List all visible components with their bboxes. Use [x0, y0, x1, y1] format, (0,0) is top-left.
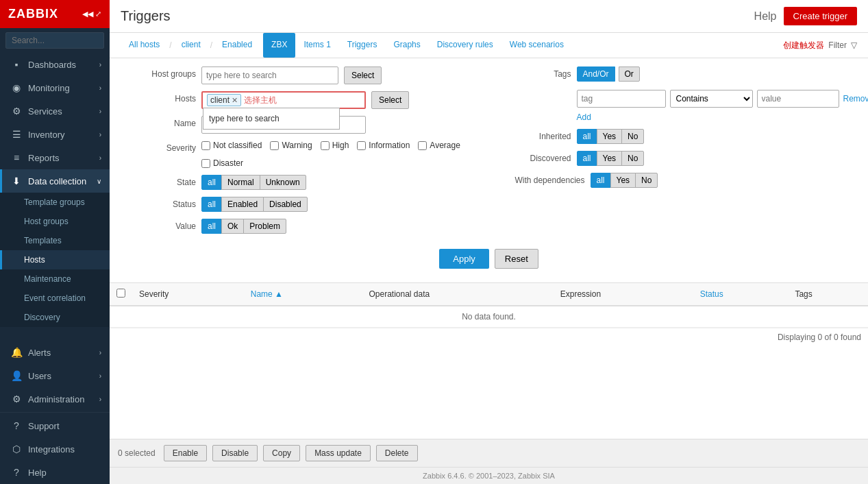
- severity-warning-checkbox[interactable]: [270, 141, 279, 150]
- data-collection-submenu: Template groups Host groups Templates Ho…: [0, 193, 110, 327]
- create-trigger-button[interactable]: Create trigger: [784, 7, 857, 25]
- severity-information[interactable]: Information: [357, 141, 410, 150]
- host-groups-input[interactable]: [201, 66, 338, 84]
- filter-icon[interactable]: ▽: [851, 40, 857, 50]
- tab-enabled[interactable]: Enabled: [214, 33, 260, 58]
- severity-disaster[interactable]: Disaster: [201, 158, 243, 168]
- sidebar-item-template-groups[interactable]: Template groups: [0, 193, 110, 212]
- tab-items1[interactable]: Items 1: [295, 33, 338, 58]
- tags-and-or-button[interactable]: And/Or: [577, 66, 615, 82]
- enable-button[interactable]: Enable: [164, 445, 207, 461]
- tag-value-input[interactable]: [757, 90, 839, 108]
- sidebar-search-input[interactable]: [5, 32, 104, 49]
- tab-zbx[interactable]: ZBX: [263, 33, 295, 58]
- discovered-yes-button[interactable]: Yes: [597, 151, 623, 166]
- discovered-no-button[interactable]: No: [621, 151, 644, 166]
- tab-web-scenarios[interactable]: Web scenarios: [501, 33, 572, 58]
- col-name[interactable]: Name ▲: [244, 283, 362, 306]
- state-button-group: all Normal Unknown: [201, 175, 306, 190]
- col-expression: Expression: [554, 283, 693, 306]
- mass-update-button[interactable]: Mass update: [306, 445, 371, 461]
- chevron-right-icon: ›: [99, 154, 101, 162]
- sidebar-item-event-correlation[interactable]: Event correlation: [0, 289, 110, 308]
- hosts-input-area[interactable]: client ✕ type here to search: [201, 91, 366, 109]
- tag-condition-select[interactable]: Contains Equals Does not contain: [670, 90, 753, 108]
- status-all-button[interactable]: all: [201, 197, 222, 212]
- sidebar-item-inventory[interactable]: ☰ Inventory ›: [0, 123, 110, 146]
- value-ok-button[interactable]: Ok: [221, 219, 244, 234]
- sidebar-item-alerts[interactable]: 🔔 Alerts ›: [0, 341, 110, 364]
- discovered-all-button[interactable]: all: [577, 151, 597, 166]
- severity-high[interactable]: High: [321, 141, 349, 150]
- tag-add-link[interactable]: Add: [577, 112, 591, 122]
- select-all-checkbox-header[interactable]: [110, 283, 132, 306]
- chevron-right-icon: ›: [99, 108, 101, 115]
- copy-button[interactable]: Copy: [263, 445, 300, 461]
- severity-average-checkbox[interactable]: [418, 141, 427, 150]
- chevron-right-icon: ›: [99, 349, 101, 356]
- sidebar-item-integrations[interactable]: ⬡ Integrations: [0, 437, 110, 461]
- status-disabled-button[interactable]: Disabled: [263, 197, 308, 212]
- sidebar-item-users[interactable]: 👤 Users ›: [0, 364, 110, 387]
- severity-not-classified-checkbox[interactable]: [201, 141, 210, 150]
- filter-tabs: All hosts / client / Enabled ZBX Items 1…: [110, 33, 868, 58]
- state-all-button[interactable]: all: [201, 175, 222, 190]
- sidebar-item-support[interactable]: ? Support: [0, 414, 110, 437]
- hosts-row: Hosts client ✕ type here to search Selec…: [121, 91, 482, 109]
- with-dep-yes-button[interactable]: Yes: [610, 173, 636, 188]
- sidebar-item-services[interactable]: ⚙ Services ›: [0, 99, 110, 123]
- inventory-icon: ☰: [10, 129, 23, 140]
- sidebar-item-maintenance[interactable]: Maintenance: [0, 269, 110, 289]
- severity-average[interactable]: Average: [418, 141, 460, 150]
- tab-client[interactable]: client: [173, 33, 209, 58]
- chevron-right-icon: ›: [99, 61, 101, 69]
- tab-graphs[interactable]: Graphs: [385, 33, 428, 58]
- disable-button[interactable]: Disable: [212, 445, 258, 461]
- severity-high-checkbox[interactable]: [321, 141, 330, 150]
- value-problem-button[interactable]: Problem: [243, 219, 286, 234]
- severity-not-classified[interactable]: Not classified: [201, 141, 262, 150]
- tag-remove-link[interactable]: Remove: [843, 94, 869, 104]
- sidebar-item-host-groups[interactable]: Host groups: [0, 212, 110, 231]
- sidebar-item-dashboards[interactable]: ▪ Dashboards ›: [0, 53, 110, 76]
- sidebar-item-help[interactable]: ? Help: [0, 461, 110, 484]
- tags-or-button[interactable]: Or: [619, 66, 640, 82]
- inherited-no-button[interactable]: No: [621, 129, 644, 144]
- sidebar-item-administration[interactable]: ⚙ Administration ›: [0, 387, 110, 411]
- hosts-text-input[interactable]: [244, 95, 347, 105]
- help-icon[interactable]: Help: [754, 10, 777, 23]
- sidebar-item-data-collection[interactable]: ⬇ Data collection ∨: [0, 169, 110, 193]
- severity-disaster-checkbox[interactable]: [201, 159, 210, 168]
- severity-warning[interactable]: Warning: [270, 141, 312, 150]
- hosts-select-button[interactable]: Select: [371, 91, 409, 109]
- inherited-yes-button[interactable]: Yes: [597, 129, 623, 144]
- inherited-all-button[interactable]: all: [577, 129, 597, 144]
- sidebar-item-hosts[interactable]: Hosts: [0, 250, 110, 269]
- reset-button[interactable]: Reset: [495, 249, 538, 269]
- severity-information-label: Information: [369, 141, 410, 150]
- apply-button[interactable]: Apply: [439, 249, 489, 269]
- col-name-label: Name ▲: [251, 289, 283, 299]
- sidebar-item-discovery[interactable]: Discovery: [0, 308, 110, 327]
- state-unknown-button[interactable]: Unknown: [260, 175, 306, 190]
- delete-button[interactable]: Delete: [376, 445, 418, 461]
- tab-discovery-rules[interactable]: Discovery rules: [429, 33, 501, 58]
- filter-note: 创建触发器: [783, 40, 824, 51]
- host-tag-close-icon[interactable]: ✕: [232, 96, 238, 105]
- host-groups-select-button[interactable]: Select: [344, 66, 382, 84]
- value-all-button[interactable]: all: [201, 219, 222, 234]
- sidebar-item-label: Administration: [28, 394, 94, 404]
- select-all-checkbox[interactable]: [116, 289, 125, 298]
- tab-all-hosts[interactable]: All hosts: [121, 33, 168, 58]
- tag-name-input[interactable]: [577, 90, 666, 108]
- with-dep-no-button[interactable]: No: [635, 173, 658, 188]
- severity-information-checkbox[interactable]: [357, 141, 366, 150]
- tab-triggers[interactable]: Triggers: [339, 33, 386, 58]
- sidebar-item-reports[interactable]: ≡ Reports ›: [0, 146, 110, 169]
- sidebar-item-templates[interactable]: Templates: [0, 231, 110, 250]
- chevron-right-icon: ›: [99, 131, 101, 138]
- status-enabled-button[interactable]: Enabled: [221, 197, 264, 212]
- state-normal-button[interactable]: Normal: [221, 175, 260, 190]
- sidebar-item-monitoring[interactable]: ◉ Monitoring ›: [0, 76, 110, 99]
- with-dep-all-button[interactable]: all: [591, 173, 611, 188]
